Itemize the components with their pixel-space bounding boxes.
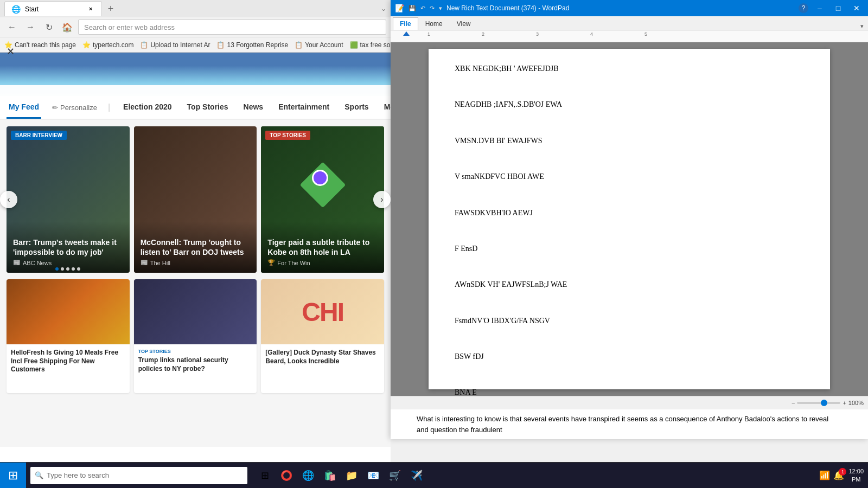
nav-label: Entertainment [278, 102, 329, 111]
dot-2 [61, 267, 64, 271]
nav-label: Top Stories [187, 102, 228, 111]
back-button[interactable]: ← [4, 20, 20, 35]
start-button[interactable]: ⊞ [0, 463, 26, 489]
nav-news[interactable]: News [241, 96, 266, 119]
carousel-prev-button[interactable]: ‹ [0, 191, 17, 208]
task-view-button[interactable]: ⊞ [256, 467, 273, 484]
ruler-mark: 4 [590, 31, 593, 37]
zoom-out-button[interactable]: − [792, 400, 795, 406]
forward-button[interactable]: → [23, 20, 38, 35]
article-source: 📰 ABC News [13, 259, 123, 266]
doc-line: XBK NEGDK;BH ' AWEFEJDJB [455, 62, 804, 75]
nav-entertainment[interactable]: Entertainment [276, 96, 331, 119]
tab-label: View [457, 20, 471, 28]
quick-save-icon[interactable]: 💾 [409, 5, 416, 12]
article-overlay: McConnell: Trump 'ought to listen to' Ba… [134, 221, 257, 273]
tab-label: Start [25, 5, 39, 13]
zoom-slider[interactable] [797, 402, 840, 404]
qat-dropdown-icon[interactable]: ▾ [439, 5, 442, 12]
ribbon-tab-home[interactable]: Home [418, 17, 450, 30]
wordpad-title-text: New Rich Text Document (374) - WordPad [446, 4, 794, 12]
carousel-next-button[interactable]: › [373, 191, 391, 208]
bottom-paragraph: What is interesting to know is that seve… [417, 415, 828, 434]
tab-favicon: 🌐 [11, 5, 21, 14]
bottom-articles: HelloFresh Is Giving 10 Meals Free Incl … [7, 279, 384, 393]
doc-line [455, 80, 804, 93]
article-content: HelloFresh Is Giving 10 Meals Free Incl … [7, 344, 130, 393]
zoom-in-button[interactable]: + [843, 400, 846, 406]
zoom-thumb[interactable] [821, 400, 827, 406]
bookmark-upload[interactable]: 📋 Upload to Internet Ar [140, 41, 210, 49]
bookmark-typertech[interactable]: ⭐ typertech.com [82, 41, 133, 49]
ribbon-collapse-icon[interactable]: ▾ [860, 23, 864, 30]
ribbon-tab-view[interactable]: View [450, 17, 478, 30]
chi-overlay: CHI [261, 279, 384, 344]
doc-line: BNA E [455, 386, 804, 396]
new-tab-button[interactable]: + [104, 2, 117, 15]
refresh-button[interactable]: ↻ [41, 20, 56, 35]
bookmark-forgotten[interactable]: 📋 13 Forgotten Reprise [216, 41, 288, 49]
tab-label: Home [425, 20, 443, 28]
personalize-label: Personalize [60, 104, 97, 112]
address-bar[interactable]: Search or enter web address [78, 20, 386, 35]
notification-icon[interactable]: 🔔 1 [833, 470, 844, 480]
explorer-icon[interactable]: 📁 [343, 467, 360, 484]
indent-marker[interactable] [403, 31, 410, 36]
sys-tray-icons: 📶 🔔 1 [819, 470, 844, 480]
article-mcconnell[interactable]: McConnell: Trump 'ought to listen to' Ba… [134, 126, 257, 273]
article-source: 🏆 For The Win [267, 259, 378, 266]
article-badge: TOP STORIES [265, 131, 310, 140]
edge-browser-icon[interactable]: 🌐 [299, 467, 317, 484]
nav-election[interactable]: Election 2020 [121, 96, 174, 119]
network-icon[interactable]: 📶 [819, 470, 830, 480]
article-badge: TOP STORIES [138, 349, 253, 354]
bookmark-account[interactable]: 📋 Your Account [295, 41, 343, 49]
close-button[interactable]: ✕ [7, 53, 15, 57]
mail-icon[interactable]: 📧 [365, 467, 382, 484]
ribbon-tabs: File Home View ▾ [391, 16, 868, 30]
bookmark-icon: 📋 [140, 41, 148, 49]
nav-money[interactable]: Money [382, 96, 391, 119]
nav-separator: | [108, 102, 110, 112]
tab-close-button[interactable]: ✕ [86, 5, 95, 14]
wordpad-help-button[interactable]: ? [799, 3, 808, 13]
tripadvisor-icon[interactable]: ✈️ [408, 467, 425, 484]
article-content: [Gallery] Duck Dynasty Star Shaves Beard… [261, 344, 384, 393]
home-button[interactable]: 🏠 [60, 20, 75, 35]
browser-navigation: ← → ↻ 🏠 Search or enter web address [0, 17, 391, 37]
news-content: ✕ My Feed ✏ Personalize | Election 2020 … [0, 53, 391, 462]
store-icon[interactable]: 🛍️ [321, 467, 339, 484]
bookmark-label: Upload to Internet Ar [150, 41, 210, 49]
article-tiger[interactable]: TOP STORIES Tiger paid a subtle tribute … [261, 126, 384, 273]
close-button[interactable]: ✕ [850, 1, 864, 15]
article-hellofresh[interactable]: HelloFresh Is Giving 10 Meals Free Incl … [7, 279, 130, 393]
wordpad-document-content[interactable]: XBK NEGDK;BH ' AWEFEJDJB NEAGDHB ;IAFN,.… [391, 42, 868, 396]
redo-icon[interactable]: ↷ [430, 5, 435, 12]
bookmark-cant-reach[interactable]: ⭐ Can't reach this page [4, 41, 76, 49]
nav-sports[interactable]: Sports [342, 96, 371, 119]
system-tray: 📶 🔔 1 12:00 PM [815, 467, 868, 483]
article-barr[interactable]: BARR INTERVIEW Barr: Trump's tweets make… [7, 126, 130, 273]
search-icon: 🔍 [35, 471, 43, 479]
nav-myfeed-label: My Feed [9, 102, 39, 111]
article-duck-dynasty[interactable]: CHI [Gallery] Duck Dynasty Star Shaves B… [261, 279, 384, 393]
source-icon: 📰 [13, 259, 21, 266]
wordpad-page: XBK NEGDK;BH ' AWEFEJDJB NEAGDHB ;IAFN,.… [429, 49, 830, 389]
doc-line [455, 188, 804, 201]
ruler-mark: 3 [536, 31, 539, 37]
bookmark-label: typertech.com [93, 41, 133, 49]
personalize-button[interactable]: ✏ Personalize [52, 104, 97, 112]
undo-icon[interactable]: ↶ [420, 5, 425, 12]
article-trump[interactable]: TOP STORIES Trump links national securit… [134, 279, 257, 393]
doc-line: FsmdNV'O IBDX'G/FA NSGV [455, 314, 804, 328]
taskbar-search[interactable]: 🔍 Type here to search [30, 467, 247, 484]
maximize-button[interactable]: □ [831, 1, 845, 15]
nav-topstories[interactable]: Top Stories [185, 96, 231, 119]
nav-myfeed[interactable]: My Feed [7, 96, 41, 119]
doc-line: AWnSDK VH' EAJWFSLnB;J WAE [455, 278, 804, 291]
amazon-icon[interactable]: 🛒 [386, 467, 404, 484]
minimize-button[interactable]: – [813, 1, 827, 15]
browser-tab[interactable]: 🌐 Start ✕ [4, 1, 102, 16]
cortana-icon[interactable]: ⭕ [278, 467, 295, 484]
ribbon-tab-file[interactable]: File [393, 17, 418, 30]
